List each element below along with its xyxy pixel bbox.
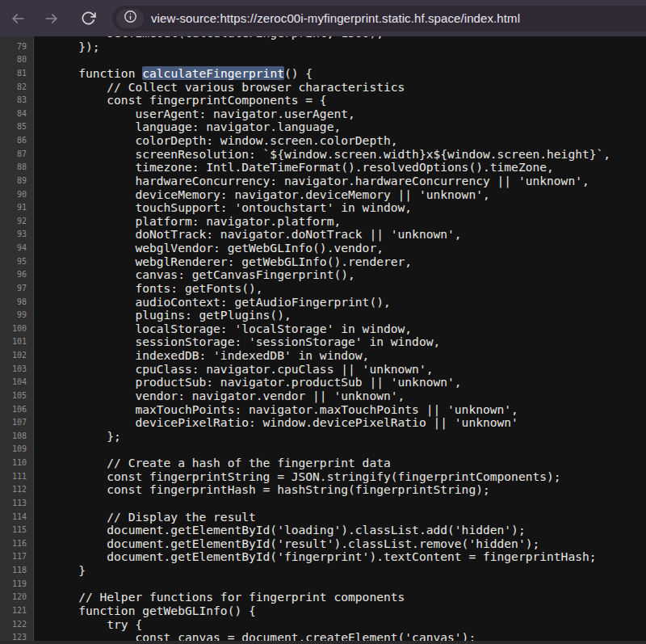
source-line: 79 }); — [0, 40, 646, 54]
line-number: 110 — [0, 457, 34, 470]
source-line: 105 vendor: navigator.vendor || 'unknown… — [0, 389, 646, 403]
browser-toolbar: view-source:https://zeroc00i-myfingerpri… — [0, 0, 646, 36]
line-code — [34, 578, 50, 591]
reload-icon — [81, 11, 96, 26]
line-number: 92 — [0, 215, 34, 229]
line-code: webglRenderer: getWebGLInfo().renderer, — [34, 255, 412, 269]
source-line: 83 const fingerprintComponents = { — [0, 94, 646, 107]
site-info-chip[interactable] — [116, 9, 144, 28]
source-line: 121 function getWebGLInfo() { — [0, 604, 646, 618]
source-line: 114 // Display the result — [0, 511, 646, 524]
line-number: 80 — [0, 53, 34, 67]
source-line: 102 indexedDB: 'indexedDB' in window, — [0, 349, 646, 363]
back-arrow-icon — [10, 11, 26, 27]
line-code: productSub: navigator.productSub || 'unk… — [34, 376, 462, 389]
source-line: 108 }; — [0, 430, 646, 444]
line-number: 111 — [0, 470, 34, 484]
source-line: 94 webglVendor: getWebGLInfo().vendor, — [0, 242, 646, 255]
source-line: 98 audioContext: getAudioFingerprint(), — [0, 296, 646, 309]
line-number: 84 — [0, 107, 34, 121]
line-number: 112 — [0, 483, 34, 497]
line-number: 91 — [0, 201, 34, 215]
source-line: 115 document.getElementById('loading').c… — [0, 524, 646, 537]
source-line: 82 // Collect various browser characteri… — [0, 81, 646, 95]
line-number: 79 — [0, 40, 34, 54]
line-code: deviceMemory: navigator.deviceMemory || … — [34, 188, 490, 202]
forward-button[interactable] — [40, 7, 63, 30]
source-line: 103 cpuClass: navigator.cpuClass || 'unk… — [0, 363, 646, 377]
line-code: const fingerprintComponents = { — [34, 94, 327, 107]
source-line: 100 localStorage: 'localStorage' in wind… — [0, 322, 646, 336]
source-line: 95 webglRenderer: getWebGLInfo().rendere… — [0, 255, 646, 269]
line-code: fonts: getFonts(), — [34, 282, 263, 296]
line-code: const fingerprintHash = hashString(finge… — [34, 483, 490, 497]
line-code: sessionStorage: 'sessionStorage' in wind… — [34, 335, 440, 349]
line-number: 95 — [0, 255, 34, 269]
source-line: 84 userAgent: navigator.userAgent, — [0, 107, 646, 121]
source-line: 119 — [0, 578, 646, 591]
line-code: maxTouchPoints: navigator.maxTouchPoints… — [34, 403, 518, 417]
line-code: }; — [34, 430, 121, 444]
line-number: 117 — [0, 550, 34, 564]
source-line: 92 platform: navigator.platform, — [0, 215, 646, 229]
line-number: 90 — [0, 188, 34, 202]
source-line: 88 timezone: Intl.DateTimeFormat().resol… — [0, 161, 646, 175]
line-code: webglVendor: getWebGLInfo().vendor, — [34, 242, 384, 255]
line-number: 86 — [0, 134, 34, 148]
source-line: 87 screenResolution: `${window.screen.wi… — [0, 148, 646, 162]
line-code: indexedDB: 'indexedDB' in window, — [34, 349, 369, 363]
source-line: 96 canvas: getCanvasFingerprint(), — [0, 268, 646, 282]
line-number: 121 — [0, 604, 34, 618]
source-code: 78 setTimeout(calculateFingerprint, 1500… — [0, 36, 646, 644]
source-line: 118 } — [0, 564, 646, 578]
source-line: 81 function calculateFingerprint() { — [0, 67, 646, 81]
source-line: 90 deviceMemory: navigator.deviceMemory … — [0, 188, 646, 202]
highlighted-token: calculateFingerprint — [142, 66, 284, 80]
line-number: 119 — [0, 578, 34, 591]
line-number: 115 — [0, 524, 34, 537]
horizontal-scrollbar[interactable] — [0, 641, 646, 644]
line-code: function calculateFingerprint() { — [34, 67, 313, 81]
line-number: 101 — [0, 335, 34, 349]
forward-arrow-icon — [44, 11, 60, 27]
line-number: 83 — [0, 94, 34, 107]
reload-button[interactable] — [77, 7, 99, 30]
line-code: } — [34, 564, 86, 578]
line-number: 107 — [0, 416, 34, 430]
view-source-content: 78 setTimeout(calculateFingerprint, 1500… — [0, 36, 646, 644]
source-line: 109 — [0, 443, 646, 457]
line-code — [34, 53, 50, 67]
line-number: 122 — [0, 618, 34, 632]
line-number: 82 — [0, 81, 34, 95]
line-code: function getWebGLInfo() { — [34, 604, 256, 618]
line-number: 108 — [0, 430, 34, 444]
source-line: 97 fonts: getFonts(), — [0, 282, 646, 296]
line-code: document.getElementById('fingerprint').t… — [34, 550, 597, 564]
address-bar[interactable]: view-source:https://zeroc00i-myfingerpri… — [112, 6, 646, 32]
source-line: 80 — [0, 53, 646, 67]
line-code: localStorage: 'localStorage' in window, — [34, 322, 412, 336]
source-line: 110 // Create a hash of the fingerprint … — [0, 457, 646, 470]
line-code: const fingerprintString = JSON.stringify… — [34, 470, 561, 484]
source-line: 86 colorDepth: window.screen.colorDepth, — [0, 134, 646, 148]
source-line: 111 const fingerprintString = JSON.strin… — [0, 470, 646, 484]
line-number: 98 — [0, 296, 34, 309]
source-line: 91 touchSupport: 'ontouchstart' in windo… — [0, 201, 646, 215]
line-code: platform: navigator.platform, — [34, 215, 341, 229]
line-code: }); — [34, 40, 100, 54]
line-code: document.getElementById('result').classL… — [34, 537, 539, 551]
line-code: devicePixelRatio: window.devicePixelRati… — [34, 416, 518, 430]
line-number: 96 — [0, 268, 34, 282]
source-line: 120 // Helper functions for fingerprint … — [0, 591, 646, 604]
line-code: colorDepth: window.screen.colorDepth, — [34, 134, 398, 148]
line-code: // Display the result — [34, 511, 256, 524]
source-line: 104 productSub: navigator.productSub || … — [0, 376, 646, 389]
back-button[interactable] — [6, 7, 29, 30]
line-number: 94 — [0, 242, 34, 255]
line-code: hardwareConcurrency: navigator.hardwareC… — [34, 175, 589, 188]
line-number: 88 — [0, 161, 34, 175]
source-line: 106 maxTouchPoints: navigator.maxTouchPo… — [0, 403, 646, 417]
line-number: 120 — [0, 591, 34, 604]
url-text: view-source:https://zeroc00i-myfingerpri… — [151, 11, 520, 25]
line-number: 99 — [0, 309, 34, 322]
